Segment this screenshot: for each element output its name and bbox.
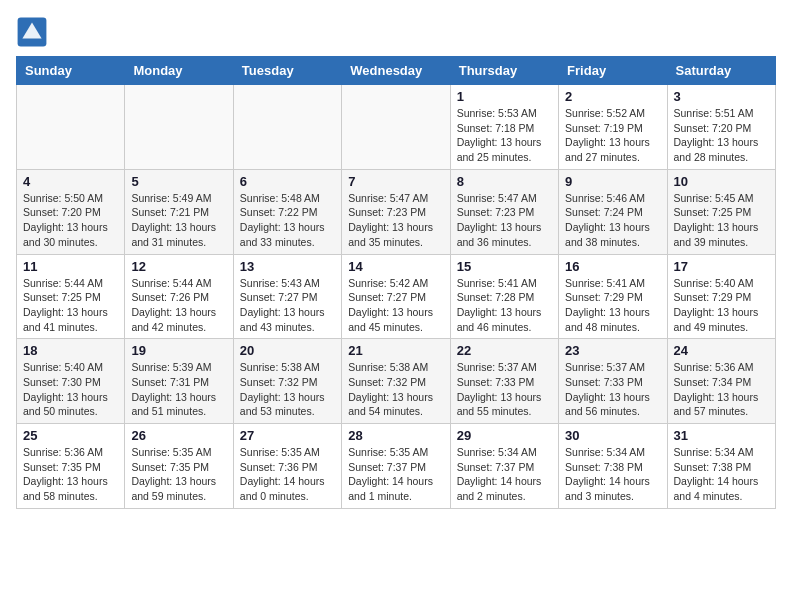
header-sunday: Sunday: [17, 57, 125, 85]
day-number: 16: [565, 259, 660, 274]
day-info: Sunrise: 5:35 AM Sunset: 7:36 PM Dayligh…: [240, 445, 335, 504]
day-number: 19: [131, 343, 226, 358]
day-info: Sunrise: 5:37 AM Sunset: 7:33 PM Dayligh…: [565, 360, 660, 419]
day-number: 29: [457, 428, 552, 443]
calendar-cell: 4Sunrise: 5:50 AM Sunset: 7:20 PM Daylig…: [17, 169, 125, 254]
day-number: 15: [457, 259, 552, 274]
day-info: Sunrise: 5:49 AM Sunset: 7:21 PM Dayligh…: [131, 191, 226, 250]
day-info: Sunrise: 5:37 AM Sunset: 7:33 PM Dayligh…: [457, 360, 552, 419]
calendar-cell: 13Sunrise: 5:43 AM Sunset: 7:27 PM Dayli…: [233, 254, 341, 339]
calendar-cell: 29Sunrise: 5:34 AM Sunset: 7:37 PM Dayli…: [450, 424, 558, 509]
day-number: 4: [23, 174, 118, 189]
calendar-cell: 21Sunrise: 5:38 AM Sunset: 7:32 PM Dayli…: [342, 339, 450, 424]
day-info: Sunrise: 5:47 AM Sunset: 7:23 PM Dayligh…: [457, 191, 552, 250]
calendar-cell: 15Sunrise: 5:41 AM Sunset: 7:28 PM Dayli…: [450, 254, 558, 339]
day-number: 7: [348, 174, 443, 189]
day-info: Sunrise: 5:34 AM Sunset: 7:38 PM Dayligh…: [674, 445, 769, 504]
day-info: Sunrise: 5:38 AM Sunset: 7:32 PM Dayligh…: [240, 360, 335, 419]
header-friday: Friday: [559, 57, 667, 85]
calendar-cell: 9Sunrise: 5:46 AM Sunset: 7:24 PM Daylig…: [559, 169, 667, 254]
calendar-cell: 31Sunrise: 5:34 AM Sunset: 7:38 PM Dayli…: [667, 424, 775, 509]
calendar-cell: 23Sunrise: 5:37 AM Sunset: 7:33 PM Dayli…: [559, 339, 667, 424]
day-number: 26: [131, 428, 226, 443]
day-info: Sunrise: 5:34 AM Sunset: 7:38 PM Dayligh…: [565, 445, 660, 504]
day-number: 3: [674, 89, 769, 104]
day-number: 14: [348, 259, 443, 274]
day-number: 24: [674, 343, 769, 358]
calendar-cell: 8Sunrise: 5:47 AM Sunset: 7:23 PM Daylig…: [450, 169, 558, 254]
calendar-cell: 6Sunrise: 5:48 AM Sunset: 7:22 PM Daylig…: [233, 169, 341, 254]
day-info: Sunrise: 5:43 AM Sunset: 7:27 PM Dayligh…: [240, 276, 335, 335]
header-thursday: Thursday: [450, 57, 558, 85]
logo: [16, 16, 52, 48]
day-info: Sunrise: 5:45 AM Sunset: 7:25 PM Dayligh…: [674, 191, 769, 250]
day-number: 25: [23, 428, 118, 443]
day-info: Sunrise: 5:40 AM Sunset: 7:30 PM Dayligh…: [23, 360, 118, 419]
day-number: 12: [131, 259, 226, 274]
day-info: Sunrise: 5:53 AM Sunset: 7:18 PM Dayligh…: [457, 106, 552, 165]
calendar-cell: 18Sunrise: 5:40 AM Sunset: 7:30 PM Dayli…: [17, 339, 125, 424]
day-info: Sunrise: 5:46 AM Sunset: 7:24 PM Dayligh…: [565, 191, 660, 250]
logo-icon: [16, 16, 48, 48]
day-number: 30: [565, 428, 660, 443]
calendar-cell: 14Sunrise: 5:42 AM Sunset: 7:27 PM Dayli…: [342, 254, 450, 339]
day-info: Sunrise: 5:34 AM Sunset: 7:37 PM Dayligh…: [457, 445, 552, 504]
day-info: Sunrise: 5:36 AM Sunset: 7:35 PM Dayligh…: [23, 445, 118, 504]
day-info: Sunrise: 5:44 AM Sunset: 7:26 PM Dayligh…: [131, 276, 226, 335]
calendar-week-3: 11Sunrise: 5:44 AM Sunset: 7:25 PM Dayli…: [17, 254, 776, 339]
calendar-cell: 26Sunrise: 5:35 AM Sunset: 7:35 PM Dayli…: [125, 424, 233, 509]
day-info: Sunrise: 5:36 AM Sunset: 7:34 PM Dayligh…: [674, 360, 769, 419]
day-info: Sunrise: 5:41 AM Sunset: 7:28 PM Dayligh…: [457, 276, 552, 335]
calendar-table: SundayMondayTuesdayWednesdayThursdayFrid…: [16, 56, 776, 509]
day-info: Sunrise: 5:40 AM Sunset: 7:29 PM Dayligh…: [674, 276, 769, 335]
day-info: Sunrise: 5:42 AM Sunset: 7:27 PM Dayligh…: [348, 276, 443, 335]
calendar-header-row: SundayMondayTuesdayWednesdayThursdayFrid…: [17, 57, 776, 85]
day-number: 20: [240, 343, 335, 358]
calendar-cell: 1Sunrise: 5:53 AM Sunset: 7:18 PM Daylig…: [450, 85, 558, 170]
calendar-week-5: 25Sunrise: 5:36 AM Sunset: 7:35 PM Dayli…: [17, 424, 776, 509]
day-info: Sunrise: 5:50 AM Sunset: 7:20 PM Dayligh…: [23, 191, 118, 250]
day-number: 2: [565, 89, 660, 104]
calendar-cell: 24Sunrise: 5:36 AM Sunset: 7:34 PM Dayli…: [667, 339, 775, 424]
calendar-cell: 28Sunrise: 5:35 AM Sunset: 7:37 PM Dayli…: [342, 424, 450, 509]
day-number: 23: [565, 343, 660, 358]
header-tuesday: Tuesday: [233, 57, 341, 85]
day-number: 11: [23, 259, 118, 274]
calendar-week-1: 1Sunrise: 5:53 AM Sunset: 7:18 PM Daylig…: [17, 85, 776, 170]
header-monday: Monday: [125, 57, 233, 85]
day-info: Sunrise: 5:44 AM Sunset: 7:25 PM Dayligh…: [23, 276, 118, 335]
calendar-week-4: 18Sunrise: 5:40 AM Sunset: 7:30 PM Dayli…: [17, 339, 776, 424]
day-number: 9: [565, 174, 660, 189]
day-number: 21: [348, 343, 443, 358]
day-info: Sunrise: 5:48 AM Sunset: 7:22 PM Dayligh…: [240, 191, 335, 250]
calendar-cell: 20Sunrise: 5:38 AM Sunset: 7:32 PM Dayli…: [233, 339, 341, 424]
calendar-cell: 10Sunrise: 5:45 AM Sunset: 7:25 PM Dayli…: [667, 169, 775, 254]
day-info: Sunrise: 5:41 AM Sunset: 7:29 PM Dayligh…: [565, 276, 660, 335]
day-number: 17: [674, 259, 769, 274]
calendar-cell: 27Sunrise: 5:35 AM Sunset: 7:36 PM Dayli…: [233, 424, 341, 509]
day-number: 22: [457, 343, 552, 358]
calendar-cell: 30Sunrise: 5:34 AM Sunset: 7:38 PM Dayli…: [559, 424, 667, 509]
calendar-cell: 11Sunrise: 5:44 AM Sunset: 7:25 PM Dayli…: [17, 254, 125, 339]
calendar-cell: 19Sunrise: 5:39 AM Sunset: 7:31 PM Dayli…: [125, 339, 233, 424]
calendar-cell: 22Sunrise: 5:37 AM Sunset: 7:33 PM Dayli…: [450, 339, 558, 424]
day-number: 18: [23, 343, 118, 358]
calendar-cell: [125, 85, 233, 170]
day-info: Sunrise: 5:47 AM Sunset: 7:23 PM Dayligh…: [348, 191, 443, 250]
day-number: 8: [457, 174, 552, 189]
calendar-cell: 2Sunrise: 5:52 AM Sunset: 7:19 PM Daylig…: [559, 85, 667, 170]
header-saturday: Saturday: [667, 57, 775, 85]
day-info: Sunrise: 5:39 AM Sunset: 7:31 PM Dayligh…: [131, 360, 226, 419]
day-info: Sunrise: 5:51 AM Sunset: 7:20 PM Dayligh…: [674, 106, 769, 165]
calendar-cell: [233, 85, 341, 170]
calendar-cell: 16Sunrise: 5:41 AM Sunset: 7:29 PM Dayli…: [559, 254, 667, 339]
page-header: [16, 16, 776, 48]
day-info: Sunrise: 5:38 AM Sunset: 7:32 PM Dayligh…: [348, 360, 443, 419]
header-wednesday: Wednesday: [342, 57, 450, 85]
calendar-cell: [342, 85, 450, 170]
calendar-cell: 5Sunrise: 5:49 AM Sunset: 7:21 PM Daylig…: [125, 169, 233, 254]
day-number: 13: [240, 259, 335, 274]
day-number: 28: [348, 428, 443, 443]
calendar-cell: 17Sunrise: 5:40 AM Sunset: 7:29 PM Dayli…: [667, 254, 775, 339]
day-number: 6: [240, 174, 335, 189]
